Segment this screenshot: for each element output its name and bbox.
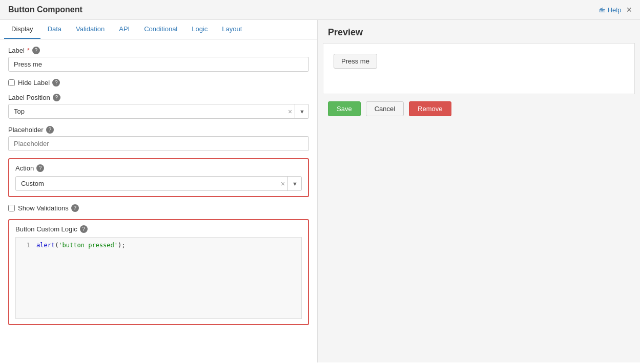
show-validations-label: Show Validations ? (18, 204, 79, 212)
tab-conditional[interactable]: Conditional (137, 20, 184, 39)
select-controls: × ▼ (285, 104, 309, 119)
action-section: Action ? Custom Submit Reset OAuth × ▼ (8, 158, 309, 197)
code-section: Button Custom Logic ? 1 alert('button pr… (8, 219, 309, 325)
tab-api[interactable]: API (112, 20, 137, 39)
action-select[interactable]: Custom Submit Reset OAuth (15, 176, 302, 191)
hide-label-help-icon[interactable]: ? (52, 79, 60, 87)
cancel-button[interactable]: Cancel (366, 101, 404, 116)
tab-logic[interactable]: Logic (184, 20, 215, 39)
action-buttons: Save Cancel Remove (318, 94, 640, 123)
select-arrow-button[interactable]: ▼ (295, 104, 309, 119)
code-line-1: 1 alert('button pressed'); (20, 242, 297, 249)
close-button[interactable]: × (626, 5, 632, 14)
remove-button[interactable]: Remove (409, 101, 451, 116)
placeholder-label: Placeholder ? (8, 126, 309, 134)
show-validations-group: Show Validations ? (8, 204, 309, 212)
label-position-select[interactable]: Top Bottom Left Right (8, 104, 309, 119)
line-number: 1 (20, 242, 30, 249)
preview-header: Preview (318, 20, 640, 43)
tab-validation[interactable]: Validation (69, 20, 112, 39)
tab-layout[interactable]: Layout (215, 20, 249, 39)
code-label: Button Custom Logic ? (15, 225, 302, 233)
modal-container: Button Component 🖮 Help × Display Data V… (0, 0, 640, 364)
placeholder-help-icon[interactable]: ? (46, 126, 54, 134)
label-position-help-icon[interactable]: ? (53, 94, 60, 101)
tab-data[interactable]: Data (40, 20, 69, 39)
tabs-container: Display Data Validation API Conditional … (0, 20, 317, 39)
action-select-wrapper: Custom Submit Reset OAuth × ▼ (15, 176, 302, 191)
hide-label-checkbox[interactable] (8, 79, 15, 86)
help-link[interactable]: 🖮 Help (599, 6, 622, 14)
hide-label-group: Hide Label ? (8, 79, 309, 87)
label-position-select-wrapper: Top Bottom Left Right × ▼ (8, 104, 309, 119)
form-area: Label * ? Hide Label ? (0, 39, 317, 362)
hide-label-label: Hide Label ? (18, 79, 60, 87)
placeholder-group: Placeholder ? (8, 126, 309, 151)
placeholder-input[interactable] (8, 136, 309, 151)
label-help-icon[interactable]: ? (32, 47, 40, 54)
action-help-icon[interactable]: ? (36, 164, 44, 172)
preview-button[interactable]: Press me (334, 54, 377, 69)
label-form-group: Label * ? (8, 47, 309, 72)
action-select-arrow[interactable]: ▼ (287, 176, 302, 191)
save-button[interactable]: Save (328, 101, 361, 116)
modal-body: Display Data Validation API Conditional … (0, 20, 640, 362)
show-validations-checkbox[interactable] (8, 205, 15, 211)
code-editor[interactable]: 1 alert('button pressed'); (15, 237, 302, 319)
tab-display[interactable]: Display (4, 20, 40, 39)
show-validations-help-icon[interactable]: ? (71, 204, 79, 212)
action-label: Action ? (15, 164, 302, 172)
label-position-group: Label Position ? Top Bottom Left Right ×… (8, 94, 309, 119)
modal-header-actions: 🖮 Help × (599, 5, 632, 14)
right-panel: Preview Press me Save Cancel Remove (318, 20, 640, 362)
label-field-label: Label * ? (8, 47, 309, 54)
preview-content: Press me (323, 43, 635, 94)
action-select-clear[interactable]: × (278, 180, 287, 188)
modal-title: Button Component (8, 5, 82, 14)
help-icon: 🖮 (599, 6, 606, 14)
modal-header: Button Component 🖮 Help × (0, 0, 640, 20)
code-content: alert('button pressed'); (36, 242, 125, 249)
code-help-icon[interactable]: ? (80, 225, 88, 233)
label-position-label: Label Position ? (8, 94, 309, 101)
code-string: 'button pressed' (58, 242, 118, 249)
select-clear-button[interactable]: × (285, 108, 295, 116)
label-input[interactable] (8, 57, 309, 72)
code-keyword: alert (36, 242, 55, 249)
left-panel: Display Data Validation API Conditional … (0, 20, 318, 362)
required-indicator: * (27, 47, 30, 54)
action-select-controls: × ▼ (278, 176, 302, 191)
